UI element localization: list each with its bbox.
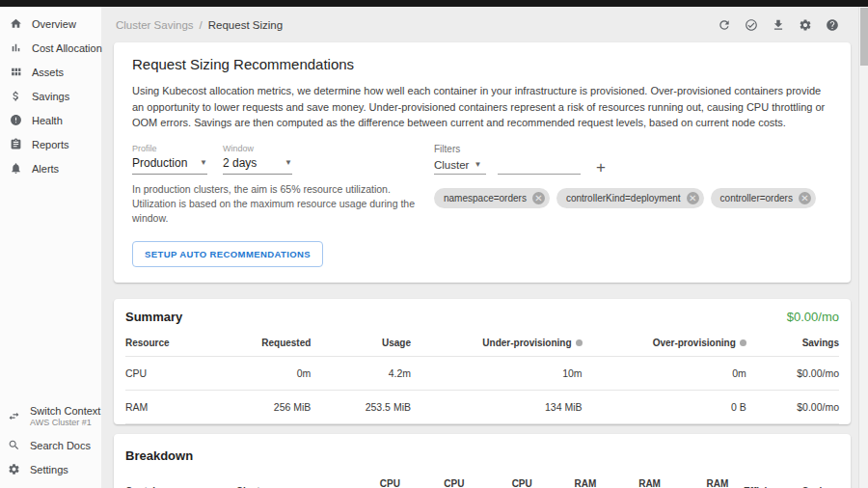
help-icon[interactable] <box>826 18 839 32</box>
breadcrumb-current: Request Sizing <box>208 19 283 31</box>
col-resource: Resource <box>125 328 218 357</box>
top-window-bar <box>0 0 868 7</box>
search-docs-label: Search Docs <box>30 440 91 451</box>
health-icon <box>10 114 22 126</box>
col-container[interactable]: Container <box>125 468 236 488</box>
search-docs-button[interactable]: Search Docs <box>0 433 101 457</box>
chevron-down-icon: ▼ <box>200 158 207 167</box>
col-under-provisioning: Under-provisioning <box>411 328 583 357</box>
remove-chip-icon[interactable]: ✕ <box>532 192 545 204</box>
sidebar-item-label: Health <box>32 115 63 126</box>
cell-usage: 4.2m <box>311 357 411 391</box>
col-cpu-recommended[interactable]: CPUrecomm'd <box>464 468 531 488</box>
sidebar-item-reports[interactable]: Reports <box>0 132 101 156</box>
filter-chip[interactable]: controller=orders ✕ <box>711 188 816 208</box>
cell-under: 134 MiB <box>411 391 583 424</box>
cell-resource: CPU <box>125 357 218 391</box>
sidebar-item-label: Savings <box>32 91 69 102</box>
dollar-icon <box>10 90 22 102</box>
search-icon <box>8 439 20 451</box>
breakdown-table: Container Cluster CPUusage CPUrequest CP… <box>125 468 839 488</box>
summary-header-row: Resource Requested Usage Under-provision… <box>125 328 839 357</box>
breakdown-header-row: Container Cluster CPUusage CPUrequest CP… <box>125 468 839 488</box>
sidebar-item-label: Cost Allocation <box>32 42 102 54</box>
scrollbar-thumb[interactable] <box>860 8 868 66</box>
col-ram-usage[interactable]: RAMusage <box>532 468 597 488</box>
filter-chip-label: controller=orders <box>720 193 793 203</box>
info-icon[interactable] <box>740 339 746 346</box>
col-savings: Savings <box>746 328 839 357</box>
vertical-scrollbar[interactable] <box>858 7 868 488</box>
col-cluster[interactable]: Cluster <box>236 468 343 488</box>
cell-savings: $0.00/mo <box>746 357 839 391</box>
col-ram-recommended[interactable]: RAMrecomm'd <box>661 468 728 488</box>
settings-label: Settings <box>30 464 68 475</box>
filter-chips: namespace=orders ✕ controllerKind=deploy… <box>434 188 832 208</box>
breakdown-card: Breakdown Container Cluster CPUusage CPU… <box>114 434 851 488</box>
table-row: RAM 256 MiB 253.5 MiB 134 MiB 0 B $0.00/… <box>125 391 839 424</box>
filter-value-input[interactable] <box>498 159 581 175</box>
home-icon <box>10 17 22 30</box>
switch-context-button[interactable]: Switch Context AWS Cluster #1 <box>0 399 101 433</box>
filter-chip-label: namespace=orders <box>444 193 527 203</box>
filter-chip[interactable]: controllerKind=deployment ✕ <box>556 188 704 208</box>
setup-auto-recommendations-button[interactable]: SETUP AUTO RECOMMENDATIONS <box>132 241 323 267</box>
col-cpu-usage[interactable]: CPUusage <box>343 468 400 488</box>
filter-chip-label: controllerKind=deployment <box>566 193 681 203</box>
filter-type-value: Cluster <box>434 159 469 171</box>
cell-over: 0m <box>583 357 746 391</box>
sidebar-item-alerts[interactable]: Alerts <box>0 156 101 180</box>
check-circle-icon[interactable] <box>745 18 758 32</box>
col-cpu-request[interactable]: CPUrequest <box>400 468 465 488</box>
window-label: Window <box>223 144 292 153</box>
window-value: 2 days <box>223 156 257 170</box>
window-select[interactable]: Window 2 days ▼ <box>223 144 292 175</box>
col-ram-request[interactable]: RAMrequest <box>596 468 661 488</box>
main-content: Cluster Savings / Request Sizing Request… <box>101 7 858 488</box>
refresh-icon[interactable] <box>718 18 731 32</box>
col-savings-sorted[interactable]: ↓Savings <box>789 468 839 488</box>
remove-chip-icon[interactable]: ✕ <box>799 192 811 204</box>
sidebar-item-assets[interactable]: Assets <box>0 60 101 84</box>
cell-savings: $0.00/mo <box>746 391 839 424</box>
col-usage: Usage <box>311 328 411 357</box>
col-efficiency[interactable]: Efficiency <box>728 468 789 488</box>
switch-context-label: Switch Context <box>30 405 100 417</box>
current-cluster-label: AWS Cluster #1 <box>30 418 100 427</box>
sidebar: Overview Cost Allocation Assets Savings … <box>0 7 101 488</box>
cell-usage: 253.5 MiB <box>311 391 411 424</box>
sidebar-item-overview[interactable]: Overview <box>0 12 101 36</box>
reports-icon <box>10 138 22 150</box>
sidebar-item-cost-allocation[interactable]: Cost Allocation <box>0 36 101 60</box>
info-icon[interactable] <box>576 339 583 346</box>
breakdown-title: Breakdown <box>125 448 193 463</box>
breadcrumb-parent[interactable]: Cluster Savings <box>116 19 194 31</box>
add-filter-button[interactable]: + <box>594 161 608 175</box>
filter-chip[interactable]: namespace=orders ✕ <box>434 188 550 208</box>
filters-label: Filters <box>434 144 832 154</box>
bar-chart-icon <box>10 41 22 54</box>
download-icon[interactable] <box>772 18 785 32</box>
filter-type-select[interactable]: Cluster ▼ <box>434 159 486 175</box>
profile-helper-text: In production clusters, the aim is 65% r… <box>132 182 433 227</box>
remove-chip-icon[interactable]: ✕ <box>687 192 699 204</box>
request-sizing-card: Request Sizing Recommendations Using Kub… <box>114 42 851 283</box>
summary-table: Resource Requested Usage Under-provision… <box>125 328 839 424</box>
settings-button[interactable]: Settings <box>0 457 101 481</box>
cell-requested: 0m <box>218 357 311 391</box>
cell-under: 10m <box>411 357 583 391</box>
profile-label: Profile <box>132 144 207 153</box>
swap-arrows-icon <box>8 410 20 422</box>
cell-over: 0 B <box>583 391 746 424</box>
cell-resource: RAM <box>125 391 218 424</box>
profile-select[interactable]: Profile Production ▼ <box>132 144 207 175</box>
summary-title: Summary <box>125 310 182 324</box>
sidebar-item-health[interactable]: Health <box>0 108 101 132</box>
chevron-down-icon: ▼ <box>474 160 481 169</box>
table-row: CPU 0m 4.2m 10m 0m $0.00/mo <box>125 357 839 391</box>
settings-gear-icon[interactable] <box>799 18 812 32</box>
cell-requested: 256 MiB <box>218 391 311 424</box>
sidebar-item-label: Reports <box>32 139 69 150</box>
summary-card: Summary $0.00/mo Resource Requested Usag… <box>114 299 851 424</box>
sidebar-item-savings[interactable]: Savings <box>0 84 101 108</box>
